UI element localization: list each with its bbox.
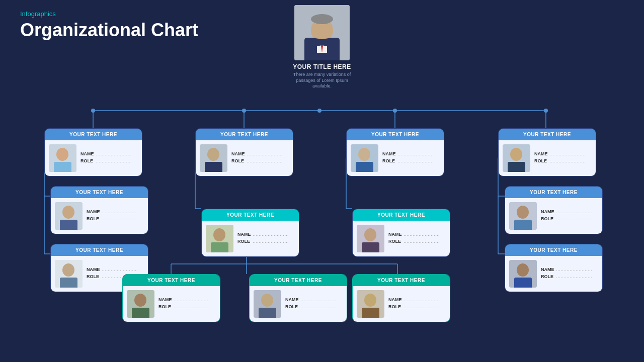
svg-rect-47 <box>211 242 228 252</box>
card-col3-row2: YOUR TEXT HERE NAME …………………… ROLE ………………… <box>352 209 450 257</box>
card-col2-bot2-header: YOUR TEXT HERE <box>250 275 347 286</box>
infographics-label: Infographics <box>20 10 198 18</box>
card-col2-row1-header: YOUR TEXT HERE <box>196 129 293 140</box>
card-col2-row1-avatar <box>200 144 227 172</box>
card-col1-row3-avatar <box>55 260 83 288</box>
card-col1-row1-header: YOUR TEXT HERE <box>45 129 142 140</box>
svg-rect-65 <box>508 162 525 172</box>
svg-point-15 <box>317 109 321 113</box>
card-col1-row1: YOUR TEXT HERE NAME …………………… ROLE ………………… <box>44 128 142 176</box>
header-section: Infographics Organizational Chart <box>20 10 198 41</box>
svg-rect-41 <box>60 278 77 288</box>
card-col1-row1-body: NAME …………………… ROLE …………………… <box>45 140 142 176</box>
card-col2-bot1-avatar <box>127 290 154 318</box>
card-col4-row3: YOUR TEXT HERE NAME …………………… ROLE ………………… <box>505 244 603 292</box>
top-card-desc: There are many variations of passages of… <box>287 72 357 89</box>
card-col4-row2-avatar <box>509 202 537 230</box>
top-card-title: YOUR TITLE HERE <box>293 63 351 70</box>
card-col4-row1: YOUR TEXT HERE NAME …………………… ROLE ………………… <box>498 128 596 176</box>
card-col4-row3-header: YOUR TEXT HERE <box>505 244 602 256</box>
svg-point-43 <box>207 148 219 161</box>
top-card-photo <box>294 5 350 60</box>
svg-rect-56 <box>362 308 379 318</box>
svg-rect-38 <box>60 220 77 230</box>
svg-point-34 <box>56 148 68 161</box>
svg-rect-53 <box>259 308 276 318</box>
card-col1-row2-header: YOUR TEXT HERE <box>51 187 148 198</box>
card-col2-bot1-header: YOUR TEXT HERE <box>123 275 220 286</box>
card-col4-row2: YOUR TEXT HERE NAME …………………… ROLE ………………… <box>505 186 603 234</box>
card-col2-bot3-header: YOUR TEXT HERE <box>353 275 450 286</box>
org-chart: YOUR TEXT HERE NAME …………………… ROLE ………………… <box>0 108 644 362</box>
card-col2-bot3-avatar <box>357 290 384 318</box>
card-col2-row2: YOUR TEXT HERE NAME …………………… ROLE ………………… <box>201 209 299 257</box>
card-col1-row2: YOUR TEXT HERE NAME …………………… ROLE ………………… <box>50 186 148 234</box>
svg-point-14 <box>242 109 246 113</box>
card-col1-row1-avatar <box>49 144 76 172</box>
svg-point-61 <box>364 228 376 241</box>
svg-rect-44 <box>205 162 222 172</box>
svg-rect-50 <box>132 308 149 318</box>
svg-point-40 <box>62 263 74 277</box>
svg-point-55 <box>364 294 376 307</box>
main-title: Organizational Chart <box>20 20 198 41</box>
card-col2-bot1: YOUR TEXT HERE NAME …………………… ROLE ………………… <box>122 274 220 322</box>
card-col3-row1-avatar <box>351 144 378 172</box>
card-col4-row1-avatar <box>503 144 530 172</box>
svg-point-58 <box>358 148 370 161</box>
card-col3-row1: YOUR TEXT HERE NAME …………………… ROLE ………………… <box>346 128 444 176</box>
card-col3-row1-header: YOUR TEXT HERE <box>347 129 444 140</box>
card-col3-row2-avatar <box>357 225 384 252</box>
card-col4-row1-header: YOUR TEXT HERE <box>499 129 596 140</box>
card-col2-row2-header: YOUR TEXT HERE <box>202 209 299 221</box>
svg-point-17 <box>544 109 548 113</box>
svg-rect-62 <box>362 242 379 252</box>
svg-point-49 <box>134 294 146 307</box>
top-center-card: YOUR TITLE HERE There are many variation… <box>287 5 357 89</box>
svg-point-52 <box>261 294 273 307</box>
card-col4-row2-header: YOUR TEXT HERE <box>505 187 602 198</box>
svg-rect-35 <box>54 162 71 172</box>
card-col2-row1: YOUR TEXT HERE NAME …………………… ROLE ………………… <box>195 128 293 176</box>
svg-point-64 <box>510 148 522 161</box>
svg-rect-59 <box>356 162 373 172</box>
card-col1-row2-avatar <box>55 202 83 230</box>
svg-point-5 <box>311 14 333 24</box>
card-col2-bot3: YOUR TEXT HERE NAME …………………… ROLE ………………… <box>352 274 450 322</box>
card-col4-row3-avatar <box>509 260 537 288</box>
svg-point-16 <box>393 109 397 113</box>
svg-rect-68 <box>514 220 532 230</box>
card-col3-row2-header: YOUR TEXT HERE <box>353 209 450 221</box>
card-col2-bot2: YOUR TEXT HERE NAME …………………… ROLE ………………… <box>249 274 347 322</box>
svg-point-13 <box>91 109 95 113</box>
svg-point-46 <box>213 228 225 241</box>
card-col1-row1-info: NAME …………………… ROLE …………………… <box>80 151 138 165</box>
card-col2-bot2-avatar <box>254 290 281 318</box>
card-col2-row2-avatar <box>206 225 233 252</box>
svg-point-67 <box>517 206 529 219</box>
svg-point-70 <box>517 263 529 277</box>
svg-rect-71 <box>514 278 532 288</box>
card-col1-row3-header: YOUR TEXT HERE <box>51 244 148 256</box>
svg-point-37 <box>62 206 74 219</box>
